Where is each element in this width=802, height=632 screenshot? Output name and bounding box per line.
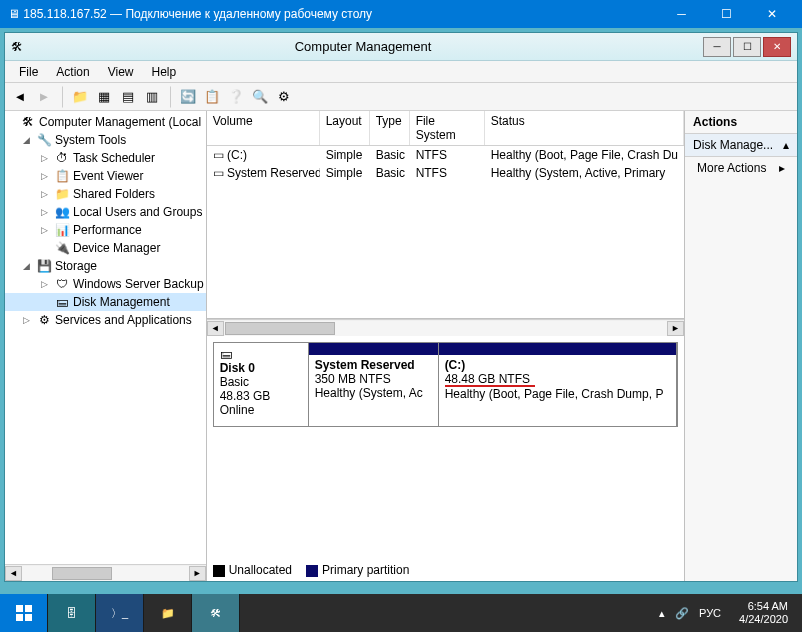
volume-row[interactable]: ▭ (C:) Simple Basic NTFS Healthy (Boot, … bbox=[207, 146, 684, 164]
view-top-button[interactable]: ▦ bbox=[93, 86, 115, 108]
properties-button[interactable]: 📋 bbox=[201, 86, 223, 108]
tree-shared-folders[interactable]: ▷📁Shared Folders bbox=[5, 185, 206, 203]
taskbar-explorer[interactable]: 📁 bbox=[144, 594, 192, 632]
legend: Unallocated Primary partition bbox=[213, 563, 410, 577]
view-bottom-button[interactable]: ▤ bbox=[117, 86, 139, 108]
rdp-close-button[interactable]: ✕ bbox=[749, 0, 794, 28]
disk-row[interactable]: 🖴 Disk 0 Basic 48.83 GB Online System Re… bbox=[213, 342, 678, 427]
refresh-button[interactable]: 🔄 bbox=[177, 86, 199, 108]
actions-header: Actions bbox=[685, 111, 797, 134]
volume-hscrollbar[interactable]: ◄ ► bbox=[207, 319, 684, 336]
volume-header-row: Volume Layout Type File System Status bbox=[207, 111, 684, 146]
scroll-right-button[interactable]: ► bbox=[667, 321, 684, 336]
taskbar: 🗄 〉_ 📁 🛠 ▴ 🔗 РУС 6:54 AM 4/24/2020 bbox=[0, 594, 802, 632]
more-button[interactable]: ⚙ bbox=[273, 86, 295, 108]
col-filesystem[interactable]: File System bbox=[410, 111, 485, 145]
rdp-icon: 🖥 bbox=[8, 7, 20, 21]
center-panel: Volume Layout Type File System Status ▭ … bbox=[207, 111, 685, 581]
volume-icon: ▭ bbox=[213, 166, 224, 180]
tree-wsb[interactable]: ▷🛡Windows Server Backup bbox=[5, 275, 206, 293]
rdp-minimize-button[interactable]: ─ bbox=[659, 0, 704, 28]
tray-clock[interactable]: 6:54 AM 4/24/2020 bbox=[731, 600, 796, 626]
volume-row[interactable]: ▭ System Reserved Simple Basic NTFS Heal… bbox=[207, 164, 684, 182]
menubar: File Action View Help bbox=[5, 61, 797, 83]
system-tray: ▴ 🔗 РУС 6:54 AM 4/24/2020 bbox=[653, 594, 802, 632]
tray-lang[interactable]: РУС bbox=[699, 607, 721, 619]
mmc-window: 🛠 Computer Management ─ ☐ ✕ File Action … bbox=[4, 32, 798, 582]
taskbar-powershell[interactable]: 〉_ bbox=[96, 594, 144, 632]
col-status[interactable]: Status bbox=[485, 111, 684, 145]
taskbar-server-manager[interactable]: 🗄 bbox=[48, 594, 96, 632]
menu-help[interactable]: Help bbox=[144, 63, 185, 81]
separator bbox=[165, 86, 171, 108]
tree-performance[interactable]: ▷📊Performance bbox=[5, 221, 206, 239]
scroll-left-button[interactable]: ◄ bbox=[5, 566, 22, 581]
close-button[interactable]: ✕ bbox=[763, 37, 791, 57]
partition-c[interactable]: (C:) 48.48 GB NTFS Healthy (Boot, Page F… bbox=[439, 343, 677, 426]
mmc-titlebar[interactable]: 🛠 Computer Management ─ ☐ ✕ bbox=[5, 33, 797, 61]
actions-panel: Actions Disk Manage... ▴ More Actions ▸ bbox=[685, 111, 797, 581]
tree-task-scheduler[interactable]: ▷⏱Task Scheduler bbox=[5, 149, 206, 167]
start-button[interactable] bbox=[0, 594, 48, 632]
back-button[interactable]: ◄ bbox=[9, 86, 31, 108]
menu-action[interactable]: Action bbox=[48, 63, 97, 81]
mmc-icon: 🛠 bbox=[11, 40, 23, 54]
svg-rect-3 bbox=[25, 614, 32, 621]
scroll-left-button[interactable]: ◄ bbox=[207, 321, 224, 336]
chevron-right-icon: ▸ bbox=[779, 161, 785, 175]
help-button[interactable]: ❔ bbox=[225, 86, 247, 108]
menu-file[interactable]: File bbox=[11, 63, 46, 81]
view-settings-button[interactable]: ▥ bbox=[141, 86, 163, 108]
tray-chevron-icon[interactable]: ▴ bbox=[659, 607, 665, 620]
partition-system-reserved[interactable]: System Reserved 350 MB NTFS Healthy (Sys… bbox=[309, 343, 439, 426]
tree-local-users[interactable]: ▷👥Local Users and Groups bbox=[5, 203, 206, 221]
taskbar-computer-management[interactable]: 🛠 bbox=[192, 594, 240, 632]
collapse-icon: ▴ bbox=[783, 138, 789, 152]
volume-icon: ▭ bbox=[213, 148, 224, 162]
rdp-title: 185.118.167.52 — Подключение к удаленном… bbox=[23, 7, 659, 21]
tree-root[interactable]: 🛠Computer Management (Local bbox=[5, 113, 206, 131]
toolbar: ◄ ► 📁 ▦ ▤ ▥ 🔄 📋 ❔ 🔍 ⚙ bbox=[5, 83, 797, 111]
rdp-maximize-button[interactable]: ☐ bbox=[704, 0, 749, 28]
col-type[interactable]: Type bbox=[370, 111, 410, 145]
tree-device-manager[interactable]: 🔌Device Manager bbox=[5, 239, 206, 257]
show-hide-tree-button[interactable]: 📁 bbox=[69, 86, 91, 108]
partition-header bbox=[439, 343, 676, 355]
partition-header bbox=[309, 343, 438, 355]
svg-rect-2 bbox=[16, 614, 23, 621]
mmc-title: Computer Management bbox=[23, 39, 703, 54]
minimize-button[interactable]: ─ bbox=[703, 37, 731, 57]
disk-icon: 🖴 bbox=[220, 347, 232, 361]
svg-rect-1 bbox=[25, 605, 32, 612]
col-layout[interactable]: Layout bbox=[320, 111, 370, 145]
tray-network-icon[interactable]: 🔗 bbox=[675, 607, 689, 620]
disk-graphical-view: 🖴 Disk 0 Basic 48.83 GB Online System Re… bbox=[207, 336, 684, 581]
tree-services[interactable]: ▷⚙Services and Applications bbox=[5, 311, 206, 329]
scroll-right-button[interactable]: ► bbox=[189, 566, 206, 581]
legend-unallocated-swatch bbox=[213, 565, 225, 577]
maximize-button[interactable]: ☐ bbox=[733, 37, 761, 57]
tree-panel: 🛠Computer Management (Local ◢🔧System Too… bbox=[5, 111, 207, 581]
tree-storage[interactable]: ◢💾Storage bbox=[5, 257, 206, 275]
tree-disk-management[interactable]: 🖴Disk Management bbox=[5, 293, 206, 311]
forward-button[interactable]: ► bbox=[33, 86, 55, 108]
taskbar-spacer bbox=[240, 594, 653, 632]
volume-list: Volume Layout Type File System Status ▭ … bbox=[207, 111, 684, 319]
action-button[interactable]: 🔍 bbox=[249, 86, 271, 108]
desktop: 🛠 Computer Management ─ ☐ ✕ File Action … bbox=[0, 28, 802, 594]
disk-label[interactable]: 🖴 Disk 0 Basic 48.83 GB Online bbox=[214, 343, 309, 426]
svg-rect-0 bbox=[16, 605, 23, 612]
tree-hscrollbar[interactable]: ◄ ► bbox=[5, 564, 206, 581]
col-volume[interactable]: Volume bbox=[207, 111, 320, 145]
actions-more[interactable]: More Actions ▸ bbox=[685, 157, 797, 179]
actions-section[interactable]: Disk Manage... ▴ bbox=[685, 134, 797, 157]
legend-primary-swatch bbox=[306, 565, 318, 577]
tree-system-tools[interactable]: ◢🔧System Tools bbox=[5, 131, 206, 149]
separator bbox=[57, 86, 63, 108]
rdp-titlebar: 🖥 185.118.167.52 — Подключение к удаленн… bbox=[0, 0, 802, 28]
menu-view[interactable]: View bbox=[100, 63, 142, 81]
tree-event-viewer[interactable]: ▷📋Event Viewer bbox=[5, 167, 206, 185]
